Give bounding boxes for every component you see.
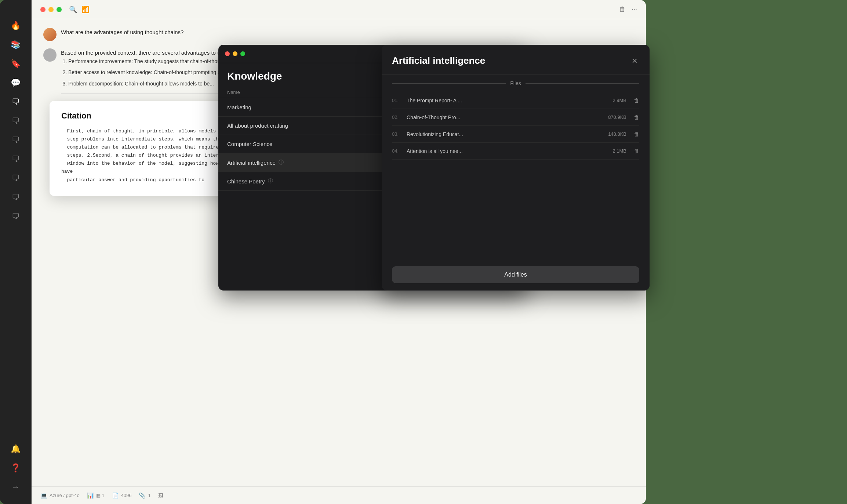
user-question: What are the advantages of using thought… (61, 29, 183, 35)
ai-file-size-3: 148.8KB (597, 131, 626, 137)
ai-file-size-4: 2.1MB (597, 148, 626, 154)
model-icon: 💻 (40, 492, 47, 499)
wifi-icon: 📶 (81, 6, 90, 14)
sidebar-icon-messages-1[interactable]: 🗨 (8, 113, 24, 129)
status-attachments: 📎 1 (139, 492, 150, 499)
status-images: 🖼 (158, 492, 164, 498)
add-files-button[interactable]: Add files (392, 266, 639, 283)
ai-file-delete-2[interactable]: 🗑 (634, 114, 639, 120)
traffic-light-red[interactable] (40, 7, 46, 12)
sidebar-icon-messages-3[interactable]: 🗨 (8, 151, 24, 167)
sidebar-icon-messages-4[interactable]: 🗨 (8, 170, 24, 186)
docs-icon: 📄 (112, 492, 119, 499)
kw-traffic-light-yellow[interactable] (233, 51, 237, 56)
traffic-light-yellow[interactable] (48, 7, 54, 12)
kw-info-icon-poetry[interactable]: ⓘ (268, 178, 273, 185)
ai-file-num-4: 04. (392, 148, 402, 154)
kw-traffic-light-green[interactable] (240, 51, 245, 56)
titlebar-controls: 🔍 📶 (40, 6, 90, 14)
kw-info-icon-ai[interactable]: ⓘ (279, 159, 284, 166)
ai-files-divider: Files (382, 74, 650, 92)
sidebar-icon-messages-5[interactable]: 🗨 (8, 189, 24, 205)
model-label: Azure / gpt-4o (50, 493, 80, 498)
ai-file-row-4: 04. Attention is all you nee... 2.1MB 🗑 (392, 143, 639, 160)
chat-titlebar: 🔍 📶 🗑 ··· (32, 0, 646, 19)
ai-file-row-3: 03. Revolutionizing Educat... 148.8KB 🗑 (392, 126, 639, 143)
ai-divider-left (392, 83, 506, 84)
ai-file-size-2: 870.9KB (597, 114, 626, 120)
user-message-row: What are the advantages of using thought… (43, 28, 634, 41)
status-docs: 📄 4096 (112, 492, 132, 499)
ai-file-delete-1[interactable]: 🗑 (634, 97, 639, 103)
trash-button[interactable]: 🗑 (619, 6, 626, 13)
sidebar-icon-bell[interactable]: 🔔 (8, 441, 24, 457)
ai-file-list: 01. The Prompt Report- A ... 2.9MB 🗑 02.… (382, 92, 650, 259)
sidebar-icon-messages-active[interactable]: 🗨 (8, 94, 24, 110)
ai-avatar (43, 48, 57, 62)
sidebar: 🔥 📚 🔖 💬 🗨 🗨 🗨 🗨 🗨 🗨 🗨 🔔 ❓ → (0, 0, 32, 504)
kw-traffic-light-red[interactable] (225, 51, 230, 56)
traffic-light-green[interactable] (57, 7, 62, 12)
ai-file-num-3: 03. (392, 131, 402, 137)
ai-file-size-1: 2.9MB (597, 98, 626, 103)
ai-panel-header: Artificial intelligence ✕ (382, 45, 650, 74)
token-count-label: 4096 (121, 493, 132, 498)
more-button[interactable]: ··· (632, 6, 637, 13)
ai-close-button[interactable]: ✕ (630, 55, 639, 67)
sidebar-icon-messages-6[interactable]: 🗨 (8, 208, 24, 224)
token-label: ▦ 1 (96, 493, 105, 498)
ai-file-delete-3[interactable]: 🗑 (634, 131, 639, 137)
ai-file-delete-4[interactable]: 🗑 (634, 148, 639, 154)
status-bar: 💻 Azure / gpt-4o 📊 ▦ 1 📄 4096 📎 1 🖼 (32, 486, 646, 504)
ai-file-name-2[interactable]: Chain-of-Thought Pro... (407, 114, 593, 120)
ai-file-name-3[interactable]: Revolutionizing Educat... (407, 131, 593, 137)
ai-file-name-1[interactable]: The Prompt Report- A ... (407, 98, 593, 103)
token-icon: 📊 (87, 492, 94, 499)
titlebar-right: 🗑 ··· (619, 6, 637, 13)
user-message-text: What are the advantages of using thought… (61, 28, 634, 37)
ai-file-name-4[interactable]: Attention is all you nee... (407, 148, 593, 154)
ai-file-num-1: 01. (392, 98, 402, 103)
ai-file-row-1: 01. The Prompt Report- A ... 2.9MB 🗑 (392, 92, 639, 109)
user-avatar (43, 28, 57, 41)
attachment-icon: 📎 (139, 492, 146, 499)
image-icon: 🖼 (158, 492, 164, 498)
sidebar-icon-chat[interactable]: 💬 (8, 75, 24, 91)
ai-file-row-2: 02. Chain-of-Thought Pro... 870.9KB 🗑 (392, 109, 639, 126)
sidebar-icon-messages-2[interactable]: 🗨 (8, 132, 24, 148)
ai-file-num-2: 02. (392, 114, 402, 120)
ai-divider-right (526, 83, 639, 84)
status-model: 💻 Azure / gpt-4o (40, 492, 80, 499)
ai-panel-title: Artificial intelligence (392, 55, 485, 66)
status-tokens: 📊 ▦ 1 (87, 492, 105, 499)
attachment-count-label: 1 (148, 493, 150, 498)
sidebar-icon-help[interactable]: ❓ (8, 460, 24, 476)
search-icon[interactable]: 🔍 (69, 6, 77, 14)
sidebar-icon-library[interactable]: 📚 (8, 37, 24, 53)
ai-panel: Artificial intelligence ✕ Files 01. The … (382, 45, 650, 291)
ai-files-label: Files (510, 80, 521, 86)
sidebar-icon-arrow[interactable]: → (8, 479, 24, 495)
sidebar-icon-bookmark[interactable]: 🔖 (8, 56, 24, 72)
sidebar-icon-fire[interactable]: 🔥 (8, 18, 24, 34)
